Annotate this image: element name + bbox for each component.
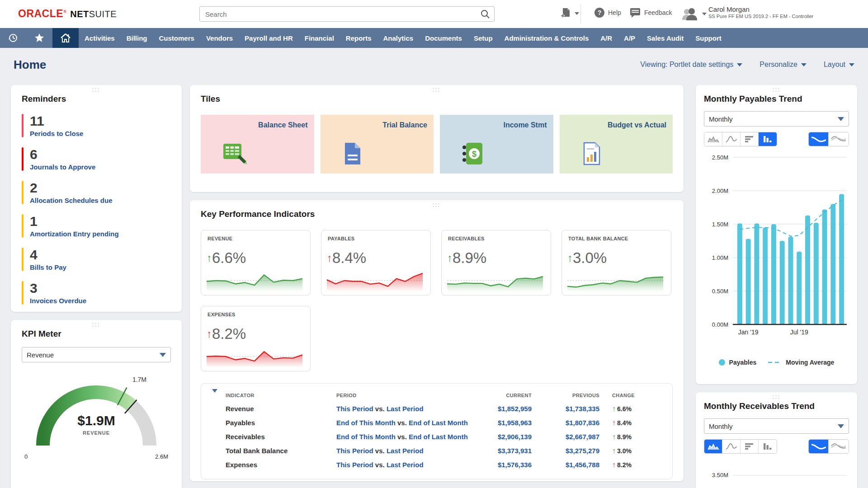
tile-budget-vs-actual[interactable]: Budget vs Actual [560,115,673,174]
tile-income-stmt[interactable]: Income Stmt$ [440,115,553,174]
reminder-item[interactable]: 2Allocation Schedules due [22,181,171,204]
reminder-label[interactable]: Allocation Schedules due [30,197,113,204]
reminder-label[interactable]: Journals to Approve [30,163,95,171]
tile-trial-balance[interactable]: Trial Balance [321,115,434,174]
smooth-curve-off-button[interactable] [829,132,849,146]
search-input[interactable] [199,6,495,22]
page-actions: Viewing: Portlet date settings Personali… [640,61,854,69]
nav-item-documents[interactable]: Documents [419,28,468,48]
smooth-curve-on-button[interactable] [809,440,829,453]
reminder-label[interactable]: Invoices Overdue [30,297,86,305]
kpi-card-total-bank-balance[interactable]: TOTAL BANK BALANCE↑3.0% [561,230,671,296]
line-chart-type-button[interactable] [722,440,741,453]
receivables-trend-portlet: Monthly Receivables Trend Monthly 3.50M [696,392,857,488]
page-title: Home [14,58,46,72]
period-previous-link[interactable]: Last Period [387,447,424,455]
reminder-label[interactable]: Amortization Entry pending [30,230,119,238]
drag-handle[interactable] [433,88,441,93]
period-current-link[interactable]: This Period [336,461,373,469]
nav-item-financial[interactable]: Financial [299,28,340,48]
nav-item-vendors[interactable]: Vendors [200,28,239,48]
personalize-button[interactable]: Personalize [760,61,807,69]
shortcuts-button[interactable] [26,28,52,48]
period-current-link[interactable]: This Period [336,405,373,413]
kpi-card-payables[interactable]: PAYABLES↑8.4% [321,230,431,296]
home-tab[interactable] [52,28,79,48]
vbar-chart-type-button[interactable] [759,440,777,453]
nav-item-administration-controls[interactable]: Administration & Controls [499,28,595,48]
current-value-link[interactable]: $2,906,139 [476,433,544,441]
table-filter-icon[interactable] [212,389,217,398]
current-value-link[interactable]: $1,852,959 [476,405,544,413]
reminder-item[interactable]: 6Journals to Approve [22,147,171,171]
search-icon[interactable] [480,9,490,19]
period-current-link[interactable]: End of This Month [336,433,396,441]
previous-value-link[interactable]: $1,456,788 [544,461,612,469]
change-value: 6.6% [617,405,632,413]
help-button[interactable]: ? Help [594,7,621,18]
line-chart-type-button[interactable] [722,132,741,146]
receivables-range-select[interactable]: Monthly [704,418,849,434]
area-chart-type-button[interactable] [704,132,722,146]
period-current-link[interactable]: End of This Month [336,419,396,427]
nav-item-a-r[interactable]: A/R [594,28,618,48]
payables-range-select[interactable]: Monthly [704,111,849,127]
drag-handle[interactable] [93,88,100,93]
nav-item-payroll-and-hr[interactable]: Payroll and HR [239,28,299,48]
nav-item-sales-audit[interactable]: Sales Audit [641,28,689,48]
previous-value-link[interactable]: $2,667,987 [544,433,612,441]
feedback-label: Feedback [644,9,672,16]
nav-item-a-p[interactable]: A/P [618,28,641,48]
kpi-meter-metric-select[interactable]: Revenue [22,347,171,362]
nav-item-support[interactable]: Support [689,28,727,48]
drag-handle[interactable] [773,88,780,93]
nav-item-activities[interactable]: Activities [79,28,121,48]
drag-handle[interactable] [93,323,100,328]
period-previous-link[interactable]: End of Last Month [409,419,468,427]
reminder-item[interactable]: 4Bills to Pay [22,248,171,271]
layout-button[interactable]: Layout [824,61,854,69]
current-value-link[interactable]: $1,576,336 [476,461,544,469]
previous-value-link[interactable]: $1,807,836 [544,419,612,427]
area-chart-type-button[interactable] [704,440,722,453]
drag-handle[interactable] [433,203,441,208]
hbar-chart-type-button[interactable] [741,440,759,453]
kpi-card-receivables[interactable]: RECEIVABLES↑8.9% [441,230,551,296]
period-previous-link[interactable]: Last Period [387,461,424,469]
create-new-button[interactable] [560,7,579,20]
tile-label: Balance Sheet [258,121,307,129]
reminder-item[interactable]: 11Periods to Close [22,114,171,137]
recent-records-button[interactable] [0,28,26,48]
current-value-link[interactable]: $1,958,963 [476,419,544,427]
reminder-label[interactable]: Bills to Pay [30,263,66,271]
feedback-button[interactable]: Feedback [629,7,672,18]
period-previous-link[interactable]: End of Last Month [409,433,468,441]
smooth-curve-off-button[interactable] [829,440,849,453]
hbar-chart-type-button[interactable] [741,132,759,146]
period-vs: vs. [397,419,407,427]
nav-item-customers[interactable]: Customers [153,28,200,48]
reminder-item[interactable]: 3Invoices Overdue [22,281,171,305]
kpi-card-revenue[interactable]: REVENUE↑6.6% [201,230,311,296]
reminder-severity-bar [22,114,24,137]
previous-value-link[interactable]: $3,275,279 [544,447,612,455]
period-previous-link[interactable]: Last Period [387,405,424,413]
drag-handle[interactable] [773,395,780,400]
nav-item-billing[interactable]: Billing [121,28,153,48]
payables-trend-portlet: Monthly Payables Trend Monthly 2.50M2.00… [696,85,857,384]
user-menu-button[interactable] [681,7,707,21]
nav-item-reports[interactable]: Reports [340,28,377,48]
period-current-link[interactable]: This Period [336,447,373,455]
previous-value-link[interactable]: $1,738,335 [544,405,612,413]
reminder-item[interactable]: 1Amortization Entry pending [22,214,171,238]
reminder-label[interactable]: Periods to Close [30,130,83,137]
nav-item-setup[interactable]: Setup [468,28,499,48]
smooth-curve-on-button[interactable] [809,132,829,146]
kpi-card-expenses[interactable]: EXPENSES↑8.2% [201,306,311,371]
trend-up-arrow-icon: ↑ [447,253,453,263]
tile-balance-sheet[interactable]: Balance Sheet [201,115,314,174]
current-value-link[interactable]: $3,373,931 [476,447,544,455]
nav-item-analytics[interactable]: Analytics [377,28,420,48]
vbar-chart-type-button[interactable] [759,132,777,146]
viewing-settings-button[interactable]: Viewing: Portlet date settings [640,61,742,69]
